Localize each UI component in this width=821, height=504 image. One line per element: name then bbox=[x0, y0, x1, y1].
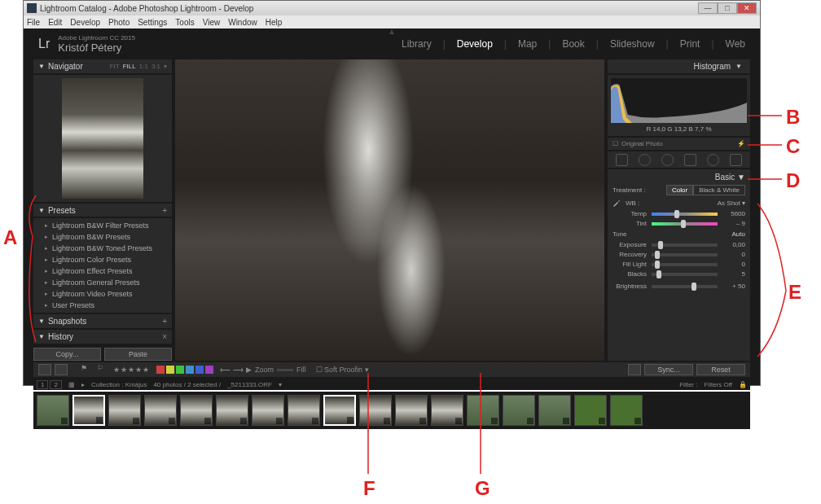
navigator-preview[interactable] bbox=[33, 75, 172, 202]
filmstrip-thumb[interactable] bbox=[359, 395, 392, 426]
minimize-button[interactable]: — bbox=[698, 2, 718, 14]
flag-icon[interactable]: ⚑ bbox=[81, 364, 94, 375]
grid-icon[interactable]: ▦ bbox=[68, 381, 75, 388]
module-web[interactable]: Web bbox=[726, 38, 745, 50]
color-label-blue[interactable] bbox=[186, 366, 194, 374]
module-develop[interactable]: Develop bbox=[457, 38, 493, 50]
paste-button[interactable]: Paste bbox=[104, 348, 172, 361]
auto-tone-button[interactable]: Auto bbox=[732, 230, 745, 238]
fill-slider[interactable] bbox=[652, 263, 718, 266]
histogram-header[interactable]: Histogram ▼ bbox=[608, 59, 750, 73]
filmstrip-thumb[interactable] bbox=[108, 395, 141, 426]
wb-value[interactable]: As Shot ▾ bbox=[718, 199, 745, 207]
blacks-slider[interactable] bbox=[652, 273, 718, 276]
collection-label[interactable]: Collection : Kmájus bbox=[91, 381, 147, 388]
brightness-slider[interactable] bbox=[652, 285, 718, 288]
module-library[interactable]: Library bbox=[402, 38, 432, 50]
add-preset-button[interactable]: + bbox=[162, 206, 167, 215]
brush-tool[interactable] bbox=[730, 154, 742, 166]
rating-stars[interactable]: ★★★★★ bbox=[113, 366, 150, 374]
preset-folder[interactable]: Lightroom B&W Toned Presets bbox=[33, 243, 172, 254]
maximize-button[interactable]: □ bbox=[718, 2, 737, 14]
eyedropper-icon[interactable] bbox=[612, 199, 621, 207]
filmstrip-thumb[interactable] bbox=[503, 395, 535, 426]
menu-help[interactable]: Help bbox=[266, 18, 283, 27]
color-label-blue2[interactable] bbox=[195, 366, 204, 374]
compare-view-button[interactable] bbox=[55, 364, 68, 375]
recovery-value[interactable]: 0 bbox=[722, 251, 745, 258]
next-button[interactable]: ⟶ bbox=[233, 366, 244, 374]
nav-fit[interactable]: FIT bbox=[110, 63, 120, 70]
crop-tool[interactable] bbox=[616, 154, 628, 166]
menu-file[interactable]: File bbox=[27, 18, 40, 27]
zoom-slider[interactable] bbox=[277, 369, 293, 371]
filmstrip-thumb[interactable] bbox=[37, 395, 69, 426]
bolt-icon[interactable]: ⚡ bbox=[737, 140, 745, 147]
chevron-icon[interactable]: ▸ bbox=[81, 381, 85, 388]
tint-slider[interactable] bbox=[652, 222, 718, 226]
preset-folder[interactable]: Lightroom General Presets bbox=[33, 277, 172, 288]
filmstrip-thumb[interactable] bbox=[144, 395, 177, 426]
chevron-icon[interactable]: ▾ bbox=[164, 63, 167, 70]
grad-tool[interactable] bbox=[684, 154, 696, 166]
filmstrip-thumb[interactable] bbox=[431, 395, 463, 426]
menu-develop[interactable]: Develop bbox=[70, 18, 100, 27]
nav-1to1[interactable]: 1:1 bbox=[139, 63, 148, 70]
preset-folder[interactable]: Lightroom Color Presets bbox=[33, 254, 172, 265]
tint-value[interactable]: – 9 bbox=[722, 220, 745, 227]
filmstrip-thumb[interactable] bbox=[395, 395, 428, 426]
preset-folder[interactable]: Lightroom B&W Presets bbox=[33, 231, 172, 243]
presets-header[interactable]: ▼ Presets + bbox=[33, 204, 172, 217]
exposure-value[interactable]: 0,00 bbox=[722, 241, 745, 248]
preset-folder[interactable]: User Presets bbox=[33, 300, 172, 311]
fill-value[interactable]: 0 bbox=[722, 261, 745, 268]
filmstrip-thumb[interactable] bbox=[72, 395, 105, 426]
radial-tool[interactable] bbox=[707, 154, 719, 166]
add-snapshot-button[interactable]: + bbox=[162, 317, 167, 326]
sync-button[interactable]: Sync... bbox=[644, 364, 693, 375]
module-map[interactable]: Map bbox=[518, 38, 537, 50]
image-viewport[interactable] bbox=[175, 59, 604, 361]
temp-value[interactable]: 5600 bbox=[722, 210, 745, 217]
filmstrip-thumb[interactable] bbox=[180, 395, 213, 426]
chevron-down-icon[interactable]: ▼ bbox=[737, 173, 745, 182]
play-button[interactable]: ▶ bbox=[246, 366, 252, 374]
menu-photo[interactable]: Photo bbox=[108, 18, 130, 27]
treatment-bw[interactable]: Black & White bbox=[693, 185, 745, 195]
filmstrip-thumb[interactable] bbox=[323, 395, 356, 426]
preset-folder[interactable]: Lightroom Effect Presets bbox=[33, 265, 172, 277]
filmstrip-thumb[interactable] bbox=[252, 395, 284, 426]
lock-icon[interactable]: 🔒 bbox=[739, 381, 747, 388]
exposure-slider[interactable] bbox=[652, 243, 718, 247]
preset-folder[interactable]: Lightroom B&W Filter Presets bbox=[33, 220, 172, 231]
spot-tool[interactable] bbox=[639, 154, 651, 166]
menu-view[interactable]: View bbox=[203, 18, 221, 27]
filmstrip-thumb[interactable] bbox=[216, 395, 248, 426]
reset-button[interactable]: Reset bbox=[696, 364, 745, 375]
filter-dropdown[interactable]: Filters Off bbox=[704, 381, 732, 388]
snapshots-header[interactable]: ▼ Snapshots + bbox=[33, 314, 172, 328]
menu-tools[interactable]: Tools bbox=[175, 18, 194, 27]
reject-icon[interactable]: ⚐ bbox=[97, 364, 110, 375]
menu-edit[interactable]: Edit bbox=[48, 18, 62, 27]
filmstrip-thumb[interactable] bbox=[288, 395, 320, 426]
navigator-header[interactable]: ▼ Navigator FIT FILL 1:1 3:1 ▾ bbox=[33, 59, 172, 73]
filmstrip-thumb[interactable] bbox=[538, 395, 571, 426]
temp-slider[interactable] bbox=[652, 213, 718, 216]
blacks-value[interactable]: 5 bbox=[722, 270, 745, 278]
filmstrip-thumb[interactable] bbox=[574, 395, 607, 426]
screen-1[interactable]: 1 bbox=[37, 380, 48, 389]
color-label-yellow[interactable] bbox=[166, 366, 174, 374]
history-header[interactable]: ▼ History × bbox=[33, 330, 172, 344]
brightness-value[interactable]: + 50 bbox=[722, 283, 745, 290]
collapse-top-icon[interactable]: ▲ bbox=[388, 27, 396, 36]
redeye-tool[interactable] bbox=[661, 154, 674, 166]
color-label-purple[interactable] bbox=[205, 366, 213, 374]
zoom-label[interactable]: Zoom bbox=[255, 366, 274, 374]
filmstrip-thumb[interactable] bbox=[467, 395, 499, 426]
soft-proof-label[interactable]: Soft Proofin bbox=[324, 366, 362, 374]
histogram[interactable]: R 14,0 G 13,2 B 7,7 % bbox=[608, 75, 750, 136]
close-button[interactable]: ✕ bbox=[737, 2, 757, 14]
copy-button[interactable]: Copy... bbox=[33, 348, 101, 361]
loupe-view-button[interactable] bbox=[38, 364, 51, 375]
